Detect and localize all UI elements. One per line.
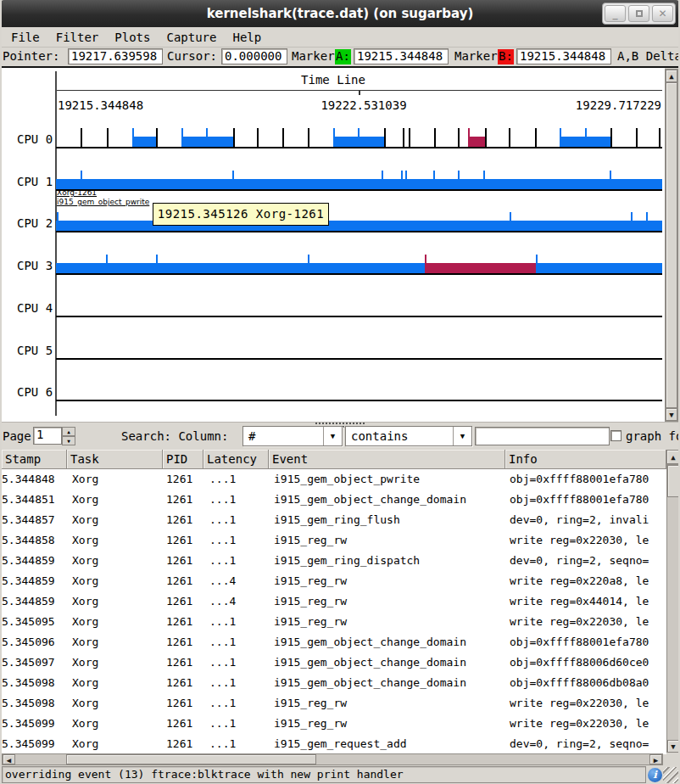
table-row[interactable]: 5.345097Xorg1261...1i915_gem_object_chan… (2, 652, 666, 673)
maximize-button[interactable] (628, 5, 649, 22)
search-input[interactable] (475, 427, 610, 445)
cpu-task-bar[interactable] (56, 263, 662, 273)
cpu-task-segment[interactable] (468, 137, 485, 147)
column-header-latency[interactable]: Latency (203, 450, 269, 469)
spin-down-button[interactable]: ▼ (62, 436, 75, 445)
table-row[interactable]: 5.345096Xorg1261...1i915_gem_object_chan… (2, 632, 666, 652)
cell-info: obj=0xffff88006d60ce0 (505, 652, 666, 673)
cell-stamp: 5.344858 (2, 530, 67, 551)
marker-b-value: 19215.344848 (516, 48, 611, 64)
table-row[interactable]: 5.344848Xorg1261...1i915_gem_object_pwri… (2, 469, 666, 490)
event-tick (483, 171, 485, 179)
table-row[interactable]: 5.344859Xorg1261...1i915_gem_ring_dispat… (2, 551, 666, 571)
column-header-pid[interactable]: PID (163, 450, 203, 469)
column-header-event[interactable]: Event (269, 450, 505, 469)
close-button[interactable]: ✕ (652, 5, 673, 22)
cell-task: Xorg (67, 571, 163, 591)
arrow-right-icon: ▶ (650, 755, 661, 765)
table-hscroll-thumb[interactable] (66, 754, 316, 764)
title-bar[interactable]: kernelshark(trace.dat) (on sugarbay) _ ✕ (0, 0, 680, 27)
graph-panel[interactable]: Time Line 19215.344848 19222.531039 1922… (2, 68, 665, 422)
table-row[interactable]: 5.345098Xorg1261...1i915_reg_rwwrite reg… (2, 693, 666, 714)
minimize-button[interactable]: _ (605, 5, 626, 22)
cell-stamp: 5.344859 (2, 571, 67, 591)
cell-latency: ...1 (203, 714, 269, 734)
scroll-right-button[interactable]: ▶ (649, 754, 662, 764)
arrow-up-icon: ▲ (666, 70, 677, 82)
table-hscrollbar[interactable]: ◀ ▶ (2, 753, 663, 765)
arrow-left-icon: ◀ (3, 755, 14, 765)
graph-follows-checkbox[interactable] (610, 430, 621, 441)
resize-grip[interactable] (663, 767, 679, 783)
search-bar: Page 1 ▲ ▼ Search: Column: # ▼ contains … (0, 422, 680, 450)
match-dropdown[interactable]: contains ▼ (345, 426, 472, 446)
table-row[interactable]: 5.344851Xorg1261...1i915_gem_object_chan… (2, 490, 666, 510)
table-row[interactable]: 5.344857Xorg1261...1i915_gem_ring_flushd… (2, 510, 666, 530)
info-icon[interactable]: i (648, 768, 662, 782)
cell-task: Xorg (67, 591, 163, 612)
cell-event: i915_gem_object_pwrite (269, 469, 505, 490)
cell-task: Xorg (67, 673, 163, 693)
column-dropdown[interactable]: # ▼ (242, 426, 343, 446)
cell-pid: 1261 (163, 693, 203, 714)
scroll-left-button[interactable]: ◀ (3, 754, 15, 764)
graph-vscroll-thumb[interactable] (666, 82, 677, 408)
cell-info: write reg=0x220a8, le (505, 571, 666, 591)
cpu-baseline (56, 231, 662, 232)
cell-stamp: 5.344848 (2, 469, 67, 490)
event-tick (403, 128, 404, 147)
maximize-icon (636, 10, 643, 17)
cpu-task-segment[interactable] (132, 137, 156, 147)
menu-plots[interactable]: Plots (114, 27, 150, 47)
column-header-info[interactable]: Info (505, 450, 666, 469)
cell-task: Xorg (67, 530, 163, 551)
cell-stamp: 5.344859 (2, 591, 67, 612)
event-tick (384, 128, 386, 147)
cell-latency: ...1 (203, 632, 269, 652)
cell-latency: ...1 (203, 510, 269, 530)
column-header-task[interactable]: Task (67, 450, 163, 469)
cell-info: dev=0, ring=2, seqno= (505, 551, 666, 571)
cpu-task-bar[interactable] (56, 179, 662, 189)
table-row[interactable]: 5.345098Xorg1261...1i915_gem_object_chan… (2, 673, 666, 693)
table-row[interactable]: 5.344858Xorg1261...1i915_reg_rwwrite reg… (2, 530, 666, 551)
cell-pid: 1261 (163, 490, 203, 510)
cpu-task-segment[interactable] (425, 263, 536, 273)
event-tick (156, 255, 158, 263)
graph-tooltip: 19215.345126 Xorg-1261 (153, 203, 329, 226)
graph-vscrollbar[interactable]: ▲ ▼ (665, 69, 678, 422)
cell-latency: ...1 (203, 673, 269, 693)
menu-capture[interactable]: Capture (166, 27, 216, 47)
cell-event: i915_gem_object_change_domain (269, 490, 505, 510)
table-vscroll-thumb[interactable] (667, 465, 679, 497)
arrow-up-icon: ▲ (667, 451, 679, 464)
table-row[interactable]: 5.344859Xorg1261...4i915_reg_rwwrite reg… (2, 571, 666, 591)
cell-event: i915_reg_rw (269, 693, 505, 714)
graph-scroll-down-button[interactable]: ▼ (666, 408, 677, 421)
table-row[interactable]: 5.345095Xorg1261...1i915_reg_rwwrite reg… (2, 612, 666, 632)
cell-stamp: 5.345099 (2, 734, 67, 754)
menu-file[interactable]: File (11, 27, 40, 47)
table-scroll-down-button[interactable]: ▼ (667, 740, 679, 753)
event-table[interactable]: 5.344848Xorg1261...1i915_gem_object_pwri… (2, 469, 666, 754)
spin-up-button[interactable]: ▲ (62, 427, 75, 436)
table-row[interactable]: 5.344859Xorg1261...4i915_reg_rwwrite reg… (2, 591, 666, 612)
graph-scroll-up-button[interactable]: ▲ (666, 70, 677, 82)
axis-label-right: 19229.717229 (576, 98, 661, 112)
cell-latency: ...1 (203, 652, 269, 673)
event-tick (434, 128, 436, 147)
table-row[interactable]: 5.345099Xorg1261...1i915_reg_rwwrite reg… (2, 714, 666, 734)
menu-filter[interactable]: Filter (56, 27, 99, 47)
page-spinbox[interactable]: 1 (33, 427, 62, 445)
menu-help[interactable]: Help (232, 27, 261, 47)
cpu-task-bar[interactable] (56, 221, 662, 231)
cell-info: write reg=0x22030, le (505, 714, 666, 734)
column-header-stamp[interactable]: Stamp (2, 450, 67, 469)
event-tick (458, 128, 460, 147)
event-tick (468, 128, 470, 147)
table-row[interactable]: 5.345099Xorg1261...1i915_gem_request_add… (2, 734, 666, 754)
cell-info: write reg=0x22030, le (505, 530, 666, 551)
cpu-row-label: CPU 6 (17, 385, 54, 399)
pointer-value: 19217.639598 (68, 48, 163, 64)
cell-latency: ...1 (203, 530, 269, 551)
